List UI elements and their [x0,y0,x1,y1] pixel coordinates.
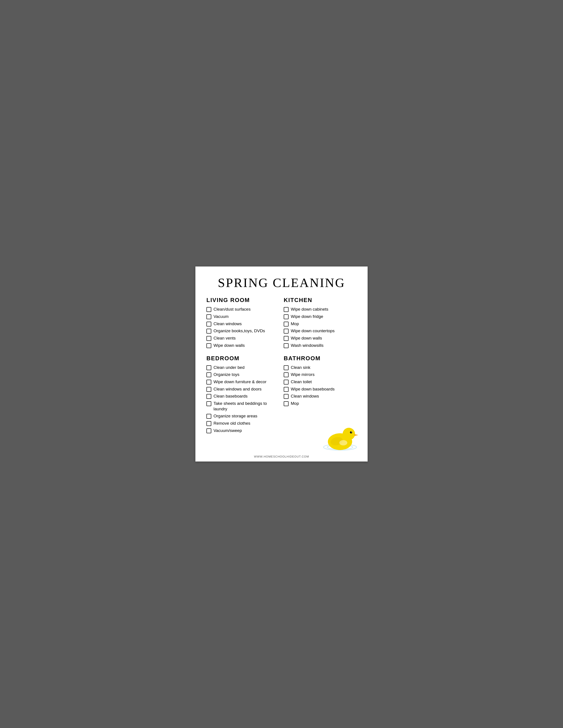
checkbox[interactable] [206,329,211,334]
item-label: Wipe down countertops [291,328,335,334]
list-item: Wipe down walls [206,343,279,348]
checkbox[interactable] [284,314,289,319]
svg-point-6 [351,432,352,432]
item-label: Vacuum [213,314,228,319]
list-item: Wipe down fridge [284,314,357,319]
item-label: Clean baseboards [213,394,247,399]
item-label: Wipe down walls [213,343,245,348]
checkbox[interactable] [206,307,211,312]
item-label: Wipe down furniture & decor [213,379,266,385]
duck-svg [317,413,359,450]
list-item: Vacuum [206,314,279,319]
list-item: Clean vents [206,336,279,341]
item-label: Clean/dust surfaces [213,307,250,312]
item-label: Vacuum/sweep [213,428,242,433]
bedroom-list: Clean under bed Organize toys Wipe down … [206,365,279,433]
list-item: Wipe down walls [284,336,357,341]
item-label: Wipe down walls [291,336,322,341]
list-item: Mop [284,401,357,406]
website-footer: WWW.HOMESCHOOLHIDEOUT.COM [195,455,368,458]
list-item: Wipe down cabinets [284,307,357,312]
page-title: SPRING CLEANING [206,275,357,290]
checkbox[interactable] [284,380,289,385]
list-item: Clean sink [284,365,357,370]
list-item: Clean windows [284,394,357,399]
list-item: Clean baseboards [206,394,279,399]
list-item: Vacuum/sweep [206,428,279,433]
list-item: Wipe down baseboards [284,387,357,392]
living-room-section: LIVING ROOM Clean/dust surfaces Vacuum C… [206,297,279,348]
kitchen-section: KITCHEN Wipe down cabinets Wipe down fri… [284,297,357,348]
item-label: Mop [291,401,299,406]
checkbox[interactable] [284,343,289,348]
list-item: Wash windowsills [284,343,357,348]
checkbox[interactable] [284,329,289,334]
item-label: Clean windows [213,321,242,327]
item-label: Clean toilet [291,379,312,385]
checkbox[interactable] [206,365,211,370]
item-label: Clean windows [291,394,319,399]
living-room-title: LIVING ROOM [206,297,279,304]
checkbox[interactable] [206,343,211,348]
checkbox[interactable] [284,372,289,377]
checkbox[interactable] [284,387,289,392]
list-item: Clean/dust surfaces [206,307,279,312]
list-item: Mop [284,321,357,327]
item-label: Organize storage areas [213,413,257,419]
checkbox[interactable] [206,314,211,319]
main-columns: LIVING ROOM Clean/dust surfaces Vacuum C… [206,297,357,448]
list-item: Organize toys [206,372,279,377]
svg-marker-7 [354,434,358,436]
item-label: Wipe down fridge [291,314,323,319]
checkbox[interactable] [206,372,211,377]
item-label: Clean vents [213,336,235,341]
kitchen-title: KITCHEN [284,297,357,304]
checkbox[interactable] [284,365,289,370]
list-item: Clean windows [206,321,279,327]
kitchen-list: Wipe down cabinets Wipe down fridge Mop … [284,307,357,348]
item-label: Wipe down baseboards [291,387,335,392]
checkbox[interactable] [284,394,289,399]
list-item: Wipe down furniture & decor [206,379,279,385]
duck-illustration [317,413,357,448]
left-column: LIVING ROOM Clean/dust surfaces Vacuum C… [206,297,279,448]
page: SPRING CLEANING LIVING ROOM Clean/dust s… [195,266,368,461]
bathroom-title: BATHROOM [284,355,357,362]
item-label: Organize toys [213,372,239,377]
checkbox[interactable] [284,336,289,341]
checkbox[interactable] [206,336,211,341]
living-room-list: Clean/dust surfaces Vacuum Clean windows… [206,307,279,348]
bathroom-section: BATHROOM Clean sink Wipe mirrors Clean t… [284,355,357,406]
bedroom-title: BEDROOM [206,355,279,362]
checkbox[interactable] [206,380,211,385]
checkbox[interactable] [284,401,289,406]
checkbox[interactable] [206,421,211,426]
item-label: Mop [291,321,299,327]
right-column: KITCHEN Wipe down cabinets Wipe down fri… [284,297,357,448]
checkbox[interactable] [206,322,211,326]
item-label: Wipe mirrors [291,372,315,377]
svg-point-9 [339,440,347,445]
list-item: Clean under bed [206,365,279,370]
checkbox[interactable] [284,322,289,326]
checkbox[interactable] [206,387,211,392]
list-item: Organize storage areas [206,413,279,419]
checkbox[interactable] [206,414,211,419]
checkbox[interactable] [206,401,211,406]
list-item: Take sheets and beddings to laundry [206,401,279,412]
item-label: Remove old clothes [213,421,250,426]
list-item: Remove old clothes [206,421,279,426]
bedroom-section: BEDROOM Clean under bed Organize toys Wi… [206,355,279,433]
item-label: Take sheets and beddings to laundry [213,401,279,412]
svg-point-5 [350,431,352,433]
item-label: Clean under bed [213,365,244,370]
bathroom-list: Clean sink Wipe mirrors Clean toilet Wip… [284,365,357,406]
item-label: Clean sink [291,365,311,370]
checkbox[interactable] [206,394,211,399]
list-item: Organize books,toys, DVDs [206,328,279,334]
checkbox[interactable] [284,307,289,312]
list-item: Wipe mirrors [284,372,357,377]
checkbox[interactable] [206,428,211,433]
list-item: Wipe down countertops [284,328,357,334]
item-label: Clean windows and doors [213,387,261,392]
